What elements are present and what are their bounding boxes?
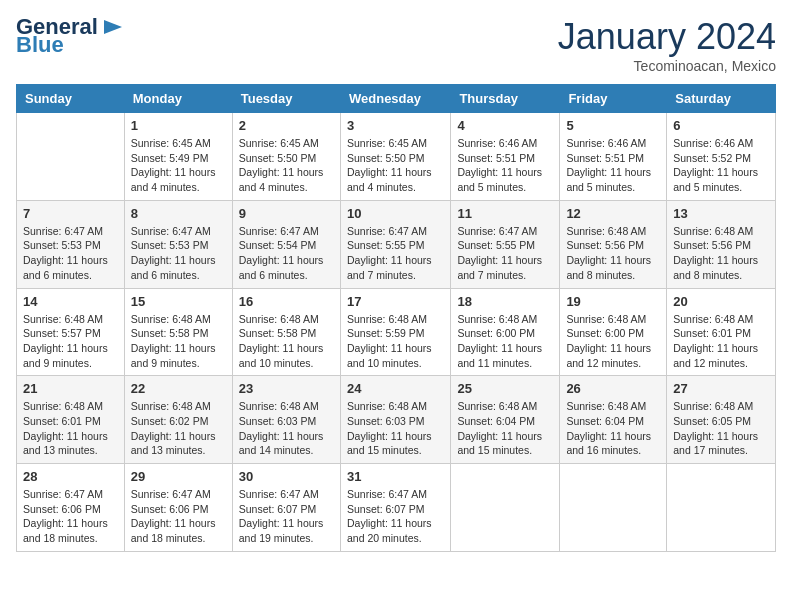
calendar-cell: 23Sunrise: 6:48 AMSunset: 6:03 PMDayligh… [232,376,340,464]
calendar-cell: 20Sunrise: 6:48 AMSunset: 6:01 PMDayligh… [667,288,776,376]
day-info: Sunrise: 6:47 AMSunset: 6:07 PMDaylight:… [347,487,444,546]
day-number: 14 [23,294,118,309]
day-number: 30 [239,469,334,484]
calendar-cell: 3Sunrise: 6:45 AMSunset: 5:50 PMDaylight… [340,113,450,201]
header-saturday: Saturday [667,85,776,113]
day-info: Sunrise: 6:45 AMSunset: 5:49 PMDaylight:… [131,136,226,195]
day-number: 26 [566,381,660,396]
day-number: 18 [457,294,553,309]
day-number: 10 [347,206,444,221]
day-info: Sunrise: 6:46 AMSunset: 5:52 PMDaylight:… [673,136,769,195]
calendar-cell: 12Sunrise: 6:48 AMSunset: 5:56 PMDayligh… [560,200,667,288]
svg-marker-0 [104,20,122,34]
day-info: Sunrise: 6:48 AMSunset: 5:56 PMDaylight:… [566,224,660,283]
calendar-cell: 14Sunrise: 6:48 AMSunset: 5:57 PMDayligh… [17,288,125,376]
day-number: 28 [23,469,118,484]
day-number: 31 [347,469,444,484]
calendar-cell [667,464,776,552]
week-row-2: 7Sunrise: 6:47 AMSunset: 5:53 PMDaylight… [17,200,776,288]
day-info: Sunrise: 6:47 AMSunset: 5:53 PMDaylight:… [23,224,118,283]
day-info: Sunrise: 6:47 AMSunset: 6:06 PMDaylight:… [23,487,118,546]
day-info: Sunrise: 6:46 AMSunset: 5:51 PMDaylight:… [457,136,553,195]
day-info: Sunrise: 6:47 AMSunset: 5:55 PMDaylight:… [457,224,553,283]
calendar-cell: 15Sunrise: 6:48 AMSunset: 5:58 PMDayligh… [124,288,232,376]
calendar-cell: 8Sunrise: 6:47 AMSunset: 5:53 PMDaylight… [124,200,232,288]
logo: General Blue [16,16,124,56]
day-info: Sunrise: 6:45 AMSunset: 5:50 PMDaylight:… [239,136,334,195]
week-row-4: 21Sunrise: 6:48 AMSunset: 6:01 PMDayligh… [17,376,776,464]
day-info: Sunrise: 6:48 AMSunset: 5:59 PMDaylight:… [347,312,444,371]
day-info: Sunrise: 6:48 AMSunset: 6:05 PMDaylight:… [673,399,769,458]
calendar-cell: 25Sunrise: 6:48 AMSunset: 6:04 PMDayligh… [451,376,560,464]
header-monday: Monday [124,85,232,113]
calendar-cell: 16Sunrise: 6:48 AMSunset: 5:58 PMDayligh… [232,288,340,376]
day-number: 2 [239,118,334,133]
header-thursday: Thursday [451,85,560,113]
day-info: Sunrise: 6:47 AMSunset: 5:53 PMDaylight:… [131,224,226,283]
day-number: 7 [23,206,118,221]
day-number: 19 [566,294,660,309]
calendar-cell: 24Sunrise: 6:48 AMSunset: 6:03 PMDayligh… [340,376,450,464]
day-number: 25 [457,381,553,396]
day-info: Sunrise: 6:48 AMSunset: 5:57 PMDaylight:… [23,312,118,371]
logo-flag-icon [102,18,124,36]
calendar-cell: 21Sunrise: 6:48 AMSunset: 6:01 PMDayligh… [17,376,125,464]
day-info: Sunrise: 6:48 AMSunset: 5:56 PMDaylight:… [673,224,769,283]
day-info: Sunrise: 6:47 AMSunset: 5:54 PMDaylight:… [239,224,334,283]
calendar-cell: 22Sunrise: 6:48 AMSunset: 6:02 PMDayligh… [124,376,232,464]
day-number: 27 [673,381,769,396]
day-number: 5 [566,118,660,133]
day-number: 3 [347,118,444,133]
day-number: 12 [566,206,660,221]
day-number: 20 [673,294,769,309]
day-number: 6 [673,118,769,133]
calendar-cell: 31Sunrise: 6:47 AMSunset: 6:07 PMDayligh… [340,464,450,552]
calendar-cell: 29Sunrise: 6:47 AMSunset: 6:06 PMDayligh… [124,464,232,552]
day-number: 17 [347,294,444,309]
title-block: January 2024 Tecominoacan, Mexico [558,16,776,74]
day-number: 1 [131,118,226,133]
day-info: Sunrise: 6:48 AMSunset: 6:01 PMDaylight:… [23,399,118,458]
week-row-1: 1Sunrise: 6:45 AMSunset: 5:49 PMDaylight… [17,113,776,201]
day-number: 29 [131,469,226,484]
week-row-3: 14Sunrise: 6:48 AMSunset: 5:57 PMDayligh… [17,288,776,376]
header-wednesday: Wednesday [340,85,450,113]
day-number: 9 [239,206,334,221]
logo-blue: Blue [16,34,64,56]
day-number: 13 [673,206,769,221]
calendar-cell: 9Sunrise: 6:47 AMSunset: 5:54 PMDaylight… [232,200,340,288]
day-number: 11 [457,206,553,221]
calendar-cell [560,464,667,552]
calendar-cell: 10Sunrise: 6:47 AMSunset: 5:55 PMDayligh… [340,200,450,288]
calendar-cell: 1Sunrise: 6:45 AMSunset: 5:49 PMDaylight… [124,113,232,201]
day-number: 22 [131,381,226,396]
day-info: Sunrise: 6:48 AMSunset: 6:01 PMDaylight:… [673,312,769,371]
day-number: 8 [131,206,226,221]
calendar-header-row: SundayMondayTuesdayWednesdayThursdayFrid… [17,85,776,113]
location-subtitle: Tecominoacan, Mexico [558,58,776,74]
calendar-cell: 17Sunrise: 6:48 AMSunset: 5:59 PMDayligh… [340,288,450,376]
calendar-cell [17,113,125,201]
day-info: Sunrise: 6:45 AMSunset: 5:50 PMDaylight:… [347,136,444,195]
day-info: Sunrise: 6:48 AMSunset: 5:58 PMDaylight:… [239,312,334,371]
calendar-cell: 6Sunrise: 6:46 AMSunset: 5:52 PMDaylight… [667,113,776,201]
header-sunday: Sunday [17,85,125,113]
day-info: Sunrise: 6:48 AMSunset: 6:04 PMDaylight:… [566,399,660,458]
calendar-cell: 28Sunrise: 6:47 AMSunset: 6:06 PMDayligh… [17,464,125,552]
day-number: 24 [347,381,444,396]
day-number: 4 [457,118,553,133]
calendar-cell: 27Sunrise: 6:48 AMSunset: 6:05 PMDayligh… [667,376,776,464]
calendar-cell: 30Sunrise: 6:47 AMSunset: 6:07 PMDayligh… [232,464,340,552]
calendar-cell: 26Sunrise: 6:48 AMSunset: 6:04 PMDayligh… [560,376,667,464]
day-info: Sunrise: 6:48 AMSunset: 6:03 PMDaylight:… [347,399,444,458]
calendar-cell: 4Sunrise: 6:46 AMSunset: 5:51 PMDaylight… [451,113,560,201]
day-info: Sunrise: 6:48 AMSunset: 6:03 PMDaylight:… [239,399,334,458]
day-info: Sunrise: 6:47 AMSunset: 5:55 PMDaylight:… [347,224,444,283]
header-friday: Friday [560,85,667,113]
header-tuesday: Tuesday [232,85,340,113]
day-info: Sunrise: 6:48 AMSunset: 5:58 PMDaylight:… [131,312,226,371]
calendar-cell: 13Sunrise: 6:48 AMSunset: 5:56 PMDayligh… [667,200,776,288]
week-row-5: 28Sunrise: 6:47 AMSunset: 6:06 PMDayligh… [17,464,776,552]
day-info: Sunrise: 6:48 AMSunset: 6:00 PMDaylight:… [457,312,553,371]
day-info: Sunrise: 6:47 AMSunset: 6:07 PMDaylight:… [239,487,334,546]
